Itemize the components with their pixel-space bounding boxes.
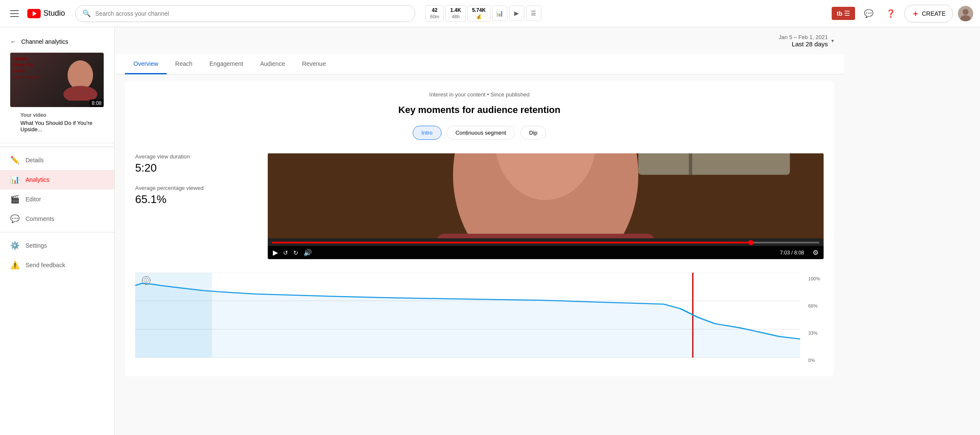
channel-analytics-title: Channel analytics xyxy=(21,38,68,45)
sidebar-item-feedback-label: Send feedback xyxy=(25,262,65,268)
key-moments-title: Key moments for audience retention xyxy=(135,105,824,116)
sidebar-item-details-label: Details xyxy=(25,157,44,164)
retention-chart-svg xyxy=(135,273,800,358)
volume-icon[interactable]: 🔊 xyxy=(303,249,312,257)
stat-label-48h: 48h xyxy=(452,14,459,20)
comments-icon: 💬 xyxy=(10,214,19,223)
video-bg xyxy=(268,153,824,238)
pill-dip[interactable]: Dip xyxy=(520,126,547,140)
video-progress-fill xyxy=(272,242,751,243)
stat-label-revenue: 💰 xyxy=(476,14,482,20)
avg-view-duration-label: Average view duration xyxy=(135,153,254,160)
stat-item-revenue: 5.74K 💰 xyxy=(467,5,490,22)
tab-audience[interactable]: Audience xyxy=(252,54,293,74)
play-icon[interactable]: ▶ xyxy=(273,249,278,257)
analytics-content: Interest in your content • Since publish… xyxy=(125,81,834,376)
stat-value-42: 42 xyxy=(432,7,437,14)
sidebar-item-analytics-label: Analytics xyxy=(25,176,49,183)
stat-value-5k74: 5.74K xyxy=(472,7,486,14)
stat-value-1k4: 1.4K xyxy=(450,7,461,14)
sidebar-item-settings[interactable]: ⚙️ Settings xyxy=(0,236,114,255)
chart-label-66: 66% xyxy=(808,303,820,308)
interest-label: Interest in your content • Since publish… xyxy=(135,91,824,98)
stat-item-views: 42 60m xyxy=(425,5,444,22)
video-thumbnail-area: UpsideDown CarLoan?tips for trading it i… xyxy=(0,49,114,143)
svg-rect-14 xyxy=(436,234,655,238)
chart-container: ⓘ xyxy=(135,273,824,366)
svg-point-3 xyxy=(963,9,969,15)
date-range: Jan 5 – Feb 1, 2021 xyxy=(779,34,828,40)
studio-logo-text: Studio xyxy=(43,9,65,18)
svg-point-6 xyxy=(63,86,97,101)
tab-engagement[interactable]: Engagement xyxy=(201,54,252,74)
hamburger-menu[interactable] xyxy=(7,7,22,20)
nav-right: tb ☰ 💬 ❓ ＋ CREATE xyxy=(832,5,973,23)
video-thumbnail[interactable]: UpsideDown CarLoan?tips for trading it i… xyxy=(10,53,104,107)
video-player[interactable]: ▶ ↺ ↻ 🔊 7:03 / 8:08 ⚙ xyxy=(268,153,824,259)
feedback-icon: ⚠️ xyxy=(10,260,19,270)
sidebar-item-editor-label: Editor xyxy=(25,196,41,203)
stats-play-icon[interactable]: ▶ xyxy=(509,6,524,21)
your-video-label: Your video xyxy=(10,112,104,118)
stats-menu-icon[interactable]: ☰ xyxy=(526,6,541,21)
search-bar[interactable]: 🔍 xyxy=(75,5,415,22)
nav-divider-1 xyxy=(0,147,114,147)
settings-cog-icon[interactable]: ⚙ xyxy=(813,249,819,257)
avg-view-duration-value: 5:20 xyxy=(135,161,254,175)
search-input[interactable] xyxy=(95,10,408,17)
editor-icon: 🎬 xyxy=(10,195,19,204)
back-arrow-icon: ← xyxy=(10,38,16,45)
video-progress-bar-container xyxy=(268,238,824,246)
create-plus-icon: ＋ xyxy=(912,8,919,19)
search-icon: 🔍 xyxy=(82,9,91,17)
svg-marker-21 xyxy=(135,283,800,358)
avg-percent-viewed-value: 65.1% xyxy=(135,193,254,206)
sidebar-item-comments[interactable]: 💬 Comments xyxy=(0,209,114,229)
date-header: Jan 5 – Feb 1, 2021 Last 28 days ▾ xyxy=(115,27,844,54)
sidebar-item-analytics[interactable]: 📊 Analytics xyxy=(0,170,114,189)
top-navigation: Studio 🔍 42 60m 1.4K 48h 5.74K 💰 📊 ▶ ☰ t… xyxy=(0,0,980,27)
main-content: Jan 5 – Feb 1, 2021 Last 28 days ▾ Overv… xyxy=(115,27,844,435)
main-layout: ← Channel analytics UpsideDown CarLoan?t… xyxy=(0,27,980,435)
forward-icon[interactable]: ↻ xyxy=(293,249,298,256)
sidebar-item-settings-label: Settings xyxy=(25,242,47,249)
rewind-icon[interactable]: ↺ xyxy=(283,249,288,256)
pill-continuous[interactable]: Continuous segment xyxy=(447,126,515,140)
comments-icon-btn[interactable]: 💬 xyxy=(860,5,877,22)
create-button[interactable]: ＋ CREATE xyxy=(904,5,953,23)
filter-pills: Intro Continuous segment Dip xyxy=(135,126,824,140)
avg-percent-viewed-group: Average percentage viewed 65.1% xyxy=(135,185,254,206)
tab-revenue[interactable]: Revenue xyxy=(294,54,334,74)
chart-info-icon[interactable]: ⓘ xyxy=(142,276,150,285)
stat-label-60m: 60m xyxy=(430,14,439,20)
sidebar-item-send-feedback[interactable]: ⚠️ Send feedback xyxy=(0,255,114,275)
video-progress-dot xyxy=(748,240,753,245)
video-progress-track[interactable] xyxy=(272,242,819,243)
nav-divider-2 xyxy=(0,232,114,232)
thumbnail-person xyxy=(61,58,99,101)
tabs-bar: Overview Reach Engagement Audience Reven… xyxy=(115,54,844,74)
date-range-block: Jan 5 – Feb 1, 2021 Last 28 days xyxy=(779,34,828,48)
help-icon-btn[interactable]: ❓ xyxy=(882,5,899,22)
create-label: CREATE xyxy=(922,10,946,17)
date-period: Last 28 days xyxy=(779,40,828,48)
channel-icon[interactable]: tb ☰ xyxy=(832,7,855,20)
sidebar-item-editor[interactable]: 🎬 Editor xyxy=(0,189,114,209)
svg-point-5 xyxy=(68,60,93,90)
stats-chart-icon[interactable]: 📊 xyxy=(492,6,507,21)
details-icon: ✏️ xyxy=(10,155,19,165)
svg-rect-9 xyxy=(638,153,790,175)
date-dropdown-arrow[interactable]: ▾ xyxy=(831,38,834,44)
avg-view-duration-group: Average view duration 5:20 xyxy=(135,153,254,175)
sidebar-item-comments-label: Comments xyxy=(25,215,54,222)
settings-icon: ⚙️ xyxy=(10,241,19,250)
back-button[interactable]: ← Channel analytics xyxy=(0,34,114,49)
video-duration-badge: 8:08 xyxy=(90,99,104,107)
user-avatar[interactable] xyxy=(958,6,973,21)
pill-intro[interactable]: Intro xyxy=(413,126,442,140)
tab-reach[interactable]: Reach xyxy=(167,54,201,74)
chart-label-33: 33% xyxy=(808,330,820,336)
sidebar-item-details[interactable]: ✏️ Details xyxy=(0,150,114,170)
tab-overview[interactable]: Overview xyxy=(125,54,167,74)
logo-area[interactable]: Studio xyxy=(27,9,65,18)
